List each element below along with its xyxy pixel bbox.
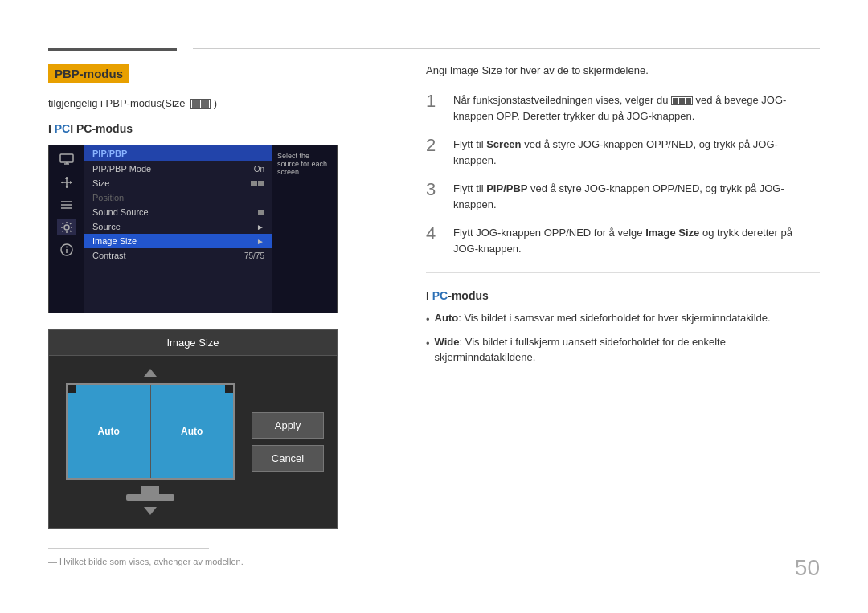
- osd-row-source: Source ►: [84, 219, 272, 234]
- step-4: 4 Flytt JOG-knappen OPP/NED for å velge …: [426, 225, 820, 256]
- bullet-auto: • Auto: Vis bildet i samsvar med sidefor…: [426, 310, 820, 328]
- corner-tr: [225, 385, 233, 393]
- footer-line: [48, 548, 209, 549]
- svg-marker-8: [70, 181, 72, 184]
- svg-marker-7: [61, 181, 63, 184]
- screen-left-panel: Auto: [68, 385, 151, 478]
- sound-icon: [258, 210, 264, 215]
- osd-row-contrast: Contrast 75/75: [84, 248, 272, 263]
- osd-arrows-icon: [57, 174, 76, 190]
- pc-modus-label2: I PC-modus: [426, 289, 820, 302]
- apply-button[interactable]: Apply: [252, 412, 324, 439]
- step-list: 1 Når funksjonstastveiledningen vises, v…: [426, 92, 820, 256]
- step-2: 2 Flytt til Screen ved å styre JOG-knapp…: [426, 137, 820, 168]
- right-column: Angi Image Size for hver av de to skjerm…: [426, 64, 820, 372]
- bullet-list: • Auto: Vis bildet i samsvar med sidefor…: [426, 310, 820, 366]
- subtitle-paren: ): [214, 97, 217, 109]
- size-dual-icon: [251, 181, 264, 186]
- osd-side-hint: Select the source for each screen.: [272, 145, 337, 313]
- osd-row-pbp-mode: PIP/PBP Mode On: [84, 161, 272, 176]
- top-line-right: [193, 48, 820, 49]
- osd-settings-icon: [57, 197, 76, 213]
- arrow-down-icon: [144, 507, 157, 515]
- step-1: 1 Når funksjonstastveiledningen vises, v…: [426, 92, 820, 124]
- pc-blue-text: PC: [55, 122, 70, 135]
- osd-monitor-icon: [57, 152, 76, 168]
- screen-stand: [126, 494, 174, 501]
- corner-tl: [68, 385, 76, 393]
- osd-row-sound-source: Sound Source: [84, 205, 272, 219]
- section-divider: [426, 272, 820, 273]
- pc-modus-label: I PCI PC-modus: [48, 122, 386, 135]
- subtitle: tilgjengelig i PBP-modus(Size ): [48, 97, 386, 109]
- image-size-dialog: Image Size Auto Auto: [48, 329, 338, 529]
- pbp-title: PBP-modus: [48, 64, 129, 83]
- right-intro: Angi Image Size for hver av de to skjerm…: [426, 64, 820, 76]
- screen-frame: Auto Auto: [66, 383, 235, 480]
- osd-menu: PIP/PBP PIP/PBP Mode On Size Position: [48, 145, 338, 313]
- osd-info-icon: [57, 242, 76, 258]
- left-column: PBP-modus tilgjengelig i PBP-modus(Size …: [48, 64, 386, 529]
- subtitle-text: tilgjengelig i PBP-modus(Size: [48, 97, 186, 109]
- jog-icon: [671, 96, 693, 105]
- svg-rect-0: [60, 154, 73, 162]
- osd-row-size: Size: [84, 176, 272, 190]
- svg-point-15: [66, 247, 68, 248]
- top-line-left: [48, 48, 177, 51]
- arrow-up-icon: [144, 369, 157, 377]
- size-icon-box: [190, 99, 211, 109]
- dialog-buttons: Apply Cancel: [252, 412, 324, 472]
- footer-note: ― Hvilket bilde som vises, avhenger av m…: [48, 557, 244, 566]
- screen-preview: Auto Auto: [62, 369, 239, 515]
- svg-marker-5: [65, 177, 68, 179]
- cancel-button[interactable]: Cancel: [252, 445, 324, 472]
- svg-marker-6: [65, 186, 68, 188]
- screen-stand-area: [126, 486, 174, 501]
- step-3: 3 Flytt til PIP/PBP ved å styre JOG-knap…: [426, 181, 820, 212]
- osd-gear-icon: [57, 219, 76, 235]
- osd-header: PIP/PBP: [84, 145, 272, 161]
- image-size-body: Auto Auto Apply: [49, 356, 337, 528]
- osd-main: PIP/PBP PIP/PBP Mode On Size Position: [84, 145, 272, 313]
- osd-row-image-size: Image Size ►: [84, 234, 272, 248]
- image-size-header: Image Size: [49, 330, 337, 356]
- svg-point-12: [64, 225, 69, 230]
- osd-row-position: Position: [84, 190, 272, 205]
- osd-icons-col: [49, 145, 84, 313]
- page-number: 50: [795, 555, 820, 581]
- bullet-wide: • Wide: Vis bildet i fullskjerm uansett …: [426, 334, 820, 366]
- screen-right-panel: Auto: [151, 385, 234, 478]
